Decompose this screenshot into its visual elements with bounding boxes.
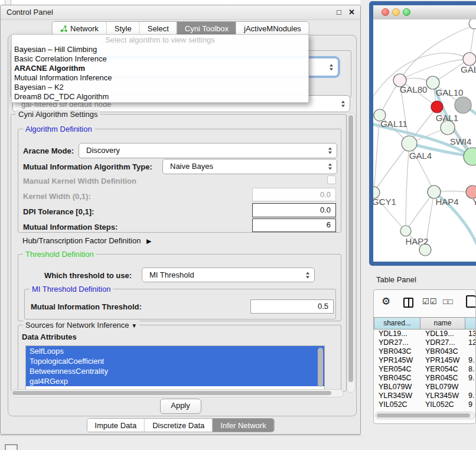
gear-icon[interactable]: ⚙ — [382, 295, 390, 308]
network-node-gray[interactable] — [455, 97, 471, 113]
expander-right-icon: ▶ — [146, 237, 151, 244]
float-window-icon[interactable]: □ — [337, 8, 341, 17]
algorithm-option[interactable]: Dream8 DC_TDC Algorithm — [12, 92, 308, 102]
dropdown-placeholder: Select algorithm to view settings — [12, 35, 308, 45]
tab-label: Infer Network — [220, 421, 266, 430]
network-node-gal4[interactable] — [402, 136, 417, 151]
tab-label: Network — [70, 24, 99, 33]
node-label: GAL4 — [409, 151, 432, 161]
algorithm-option-selected[interactable]: ARACNE Algorithm — [12, 64, 308, 73]
cell: YBL079W — [374, 383, 420, 392]
stepper-icon — [328, 148, 332, 154]
cell: 12 — [465, 338, 476, 347]
sources-group-title[interactable]: Sources for Network Inference ▼ — [23, 321, 139, 330]
aracne-mode-value: Discovery — [86, 144, 337, 158]
close-traffic-icon[interactable] — [382, 8, 389, 16]
kernel-width-field[interactable]: 0.0 — [252, 188, 336, 201]
attribute-item-selected[interactable]: TopologicalCoefficient — [26, 356, 324, 366]
tab-jactivemnodules[interactable]: jActiveMNodules — [236, 22, 309, 35]
cell: YBR045C — [374, 374, 420, 383]
dpi-tolerance-field[interactable]: 0.0 — [252, 203, 336, 217]
node-label: GAL — [461, 64, 476, 74]
control-panel-titlebar: Control Panel □ ✕ — [1, 5, 360, 20]
settings-vscrollbar[interactable] — [347, 113, 356, 393]
data-attributes-label: Data Attributes — [22, 332, 77, 341]
mi-type-label: Mutual Information Algorithm Type: — [23, 162, 152, 171]
attribute-item-selected[interactable]: SelfLoops — [26, 346, 324, 356]
tab-impute-data[interactable]: Impute Data — [87, 419, 145, 432]
table-row[interactable]: YPR145W YPR145W 9. — [374, 356, 476, 365]
settings-hscrollbar[interactable] — [11, 389, 344, 397]
table-row[interactable]: YIL052C YIL052C 9 — [374, 400, 476, 409]
table-row[interactable]: YLR345W YLR345W 9. — [374, 392, 476, 400]
group-title: Cyni Algorithm Settings — [16, 110, 100, 119]
attribute-item-selected[interactable]: gal4RGexp — [26, 376, 324, 386]
zoom-traffic-icon[interactable] — [403, 8, 410, 16]
network-node[interactable] — [469, 19, 476, 29]
network-node-hap2[interactable] — [400, 226, 411, 236]
attribute-item-selected[interactable]: BetweennessCentrality — [26, 366, 324, 376]
algorithm-option[interactable]: Basic Correlation Inference — [12, 54, 308, 64]
table-row[interactable]: YBR045C YBR045C 9. — [374, 374, 476, 383]
mi-threshold-field[interactable]: 0.5 — [250, 299, 334, 314]
collapsed-panel-button[interactable] — [5, 444, 18, 450]
manual-kernel-checkbox[interactable] — [327, 175, 336, 184]
algorithm-option[interactable]: Mutual Information Inference — [12, 73, 308, 83]
cell: YPR145W — [374, 356, 420, 365]
algorithm-dropdown-popup: Select algorithm to view settings Bayesi… — [11, 34, 309, 103]
table-header: shared... name — [374, 317, 476, 330]
columns-icon[interactable] — [403, 298, 413, 308]
table-panel: ⚙ ☑☑ □□ shared... name YDL19... YDL19...… — [373, 289, 476, 424]
cell: YDR27... — [374, 338, 420, 347]
which-threshold-combo[interactable]: MI Threshold — [142, 268, 315, 282]
algorithm-option[interactable]: Bayesian – Hill Climbing — [12, 45, 308, 54]
minimize-traffic-icon[interactable] — [392, 8, 400, 16]
column-header-name[interactable]: name — [420, 317, 465, 330]
export-table-icon[interactable] — [466, 295, 476, 308]
cell: YDR27... — [420, 338, 465, 347]
network-window-titlebar[interactable] — [373, 5, 476, 20]
mi-steps-label: Mutual Information Steps: — [23, 223, 118, 231]
mi-threshold-label: Mutual Information Threshold: — [31, 302, 142, 311]
sources-group: Sources for Network Inference ▼ Data Att… — [18, 325, 341, 391]
network-node[interactable] — [464, 148, 476, 165]
table-row[interactable]: YBR043C YBR043C — [374, 347, 476, 356]
list-scrollbar[interactable] — [318, 348, 323, 387]
deselect-all-icon[interactable]: □□ — [443, 297, 454, 306]
stepper-icon — [306, 272, 310, 278]
cyni-bottom-tabs: Impute Data Discretize Data Infer Networ… — [86, 418, 274, 432]
tab-network[interactable]: Network — [52, 22, 107, 35]
network-canvas[interactable]: GAL GAL80 GAL10 GAL1 GAL11 SWI4 GAL4 GCY… — [373, 19, 476, 262]
table-hscrollbar[interactable] — [375, 412, 475, 419]
close-icon[interactable]: ✕ — [348, 8, 355, 17]
tab-label: Style — [115, 24, 132, 33]
table-row[interactable]: YDL19... YDL19... 13 — [374, 330, 476, 338]
node-label: GCY1 — [373, 197, 396, 207]
column-header-shared-name[interactable]: shared... — [374, 317, 420, 330]
aracne-mode-combo[interactable]: Discovery — [79, 143, 337, 158]
cell: YBR043C — [420, 347, 465, 356]
network-node[interactable] — [463, 53, 476, 66]
apply-button[interactable]: Apply — [160, 399, 201, 414]
algorithm-option[interactable]: Bayesian – K2 — [12, 83, 308, 92]
select-all-icon[interactable]: ☑☑ — [422, 297, 437, 306]
group-title: Threshold Definition — [23, 250, 96, 259]
mi-type-combo[interactable]: Naive Bayes — [162, 159, 337, 174]
cell: YBR043C — [374, 347, 420, 356]
tab-style[interactable]: Style — [107, 22, 140, 35]
table-row[interactable]: YER054C YER054C 8. — [374, 365, 476, 374]
tab-select[interactable]: Select — [140, 22, 177, 35]
tab-discretize-data[interactable]: Discretize Data — [145, 419, 213, 432]
tab-cyni-toolbox[interactable]: Cyni Toolbox — [177, 22, 236, 35]
mi-steps-field[interactable]: 6 — [252, 219, 336, 232]
table-row[interactable]: YBL079W YBL079W — [374, 383, 476, 392]
column-header-partial[interactable] — [465, 317, 476, 330]
cell: YLR345W — [420, 392, 465, 400]
node-label: Y — [472, 197, 476, 207]
table-row[interactable]: YDR27... YDR27... 12 — [374, 338, 476, 347]
control-panel-window: Control Panel □ ✕ Network Style Select C… — [0, 5, 361, 435]
tab-infer-network[interactable]: Infer Network — [213, 419, 273, 432]
group-title: MI Threshold Definition — [30, 285, 113, 294]
hub-definition-expander[interactable]: Hub/Transcription Factor Definition ▶ — [22, 236, 151, 245]
network-node-selected[interactable] — [431, 101, 443, 113]
